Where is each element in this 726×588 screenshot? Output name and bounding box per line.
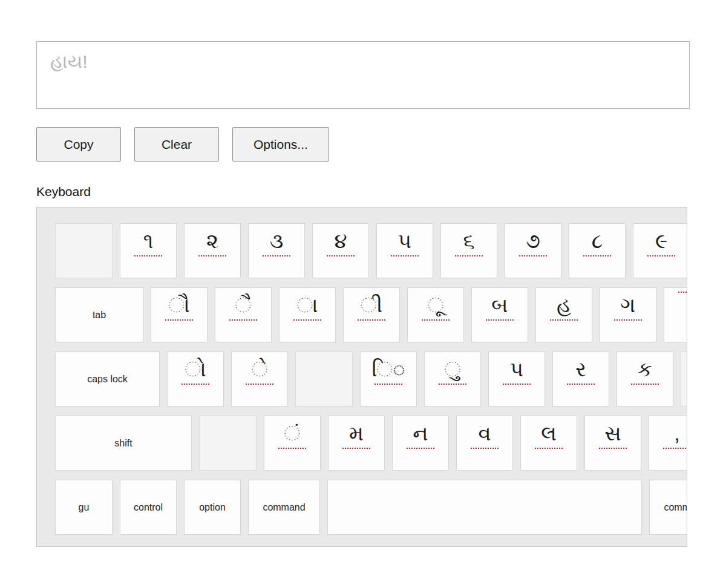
key-glyph: ૪ <box>334 227 347 255</box>
key-gujarati-digit-7[interactable]: ૭ <box>505 223 561 278</box>
key-option[interactable]: option <box>184 480 241 535</box>
page: Copy Clear Options... Keyboard ૧૨૩૪૫૬૭૮૯… <box>0 0 726 588</box>
key-vowel-sign-e[interactable]: ◌ે <box>231 351 288 407</box>
key-underline <box>407 448 434 449</box>
key-partial-right-row2[interactable] <box>664 287 687 342</box>
keyboard-row: ૧૨૩૪૫૬૭૮૯ <box>55 223 687 278</box>
key-blank-top-left[interactable] <box>55 223 113 278</box>
key-la[interactable]: લ <box>520 416 577 471</box>
key-underline <box>422 319 450 321</box>
key-glyph: ૬ <box>463 227 474 255</box>
key-pa[interactable]: પ <box>488 351 545 407</box>
key-vowel-sign-au[interactable]: ◌ૌ <box>151 287 208 342</box>
key-gujarati-digit-3[interactable]: ૩ <box>248 223 305 278</box>
keyboard-row: tab◌ૌ◌ૈ◌ા◌ી◌ૂબહગ <box>55 287 687 342</box>
key-underline <box>246 384 273 385</box>
key-comma[interactable]: , <box>649 416 687 471</box>
key-underline <box>182 384 209 385</box>
key-blank-row3[interactable] <box>295 351 353 407</box>
key-underline <box>439 384 466 385</box>
keyboard-row: shift◌ંમનવલસ, <box>55 416 687 471</box>
options-button[interactable]: Options... <box>232 127 329 162</box>
key-glyph: ૧ <box>143 227 154 255</box>
key-glyph: ◌ૌ <box>168 291 190 319</box>
key-label: option <box>199 502 226 513</box>
key-command-left[interactable]: command <box>248 480 320 535</box>
key-ha[interactable]: હ <box>535 287 592 342</box>
key-glyph: ૭ <box>526 227 540 255</box>
key-glyph: ◌ા <box>296 291 318 319</box>
copy-button[interactable]: Copy <box>36 127 121 162</box>
key-ga[interactable]: ગ <box>600 287 656 342</box>
key-caps-lock[interactable]: caps lock <box>55 351 160 407</box>
key-vowel-sign-i[interactable]: િ◌ <box>360 351 417 407</box>
key-vowel-sign-aa[interactable]: ◌ા <box>279 287 336 342</box>
toolbar: Copy Clear Options... <box>36 127 690 162</box>
key-anusvara[interactable]: ◌ં <box>264 416 321 471</box>
key-gujarati-digit-2[interactable]: ૨ <box>184 223 241 278</box>
key-glyph: પ <box>510 355 523 383</box>
key-vowel-sign-o[interactable]: ◌ો <box>167 351 224 407</box>
key-glyph: વ <box>478 419 491 447</box>
key-vowel-sign-uu[interactable]: ◌ૂ <box>407 287 464 342</box>
key-vowel-sign-ai[interactable]: ◌ૈ <box>215 287 272 342</box>
key-sa[interactable]: સ <box>584 416 641 471</box>
key-underline <box>631 384 659 385</box>
key-vowel-sign-ii[interactable]: ◌ી <box>343 287 400 342</box>
key-tab[interactable]: tab <box>55 287 143 342</box>
key-glyph: ◌ુ <box>445 355 461 383</box>
key-ka[interactable]: ક <box>616 351 673 407</box>
key-blank-row4[interactable] <box>199 416 257 471</box>
key-underline <box>455 255 483 256</box>
key-glyph: ◌ૂ <box>428 291 444 319</box>
key-label: caps lock <box>87 374 128 385</box>
key-underline <box>535 448 563 449</box>
key-underline <box>486 319 514 321</box>
key-underline <box>198 255 226 256</box>
key-control[interactable]: control <box>120 480 177 535</box>
output-textarea[interactable] <box>36 41 690 109</box>
key-shift[interactable]: shift <box>55 416 192 471</box>
key-na[interactable]: ન <box>392 416 449 471</box>
key-underline <box>567 384 595 385</box>
key-underline <box>471 448 499 449</box>
key-underline <box>134 255 162 256</box>
key-space[interactable] <box>327 480 642 535</box>
keyboard-label: Keyboard <box>36 185 690 199</box>
key-command-right[interactable]: command <box>649 480 687 535</box>
key-underline <box>550 319 578 321</box>
key-glyph: ૯ <box>655 227 667 255</box>
key-gujarati-digit-9[interactable]: ૯ <box>633 223 687 278</box>
key-underline <box>647 255 675 256</box>
key-gujarati-digit-6[interactable]: ૬ <box>440 223 497 278</box>
key-label: command <box>263 502 305 513</box>
key-vowel-sign-u[interactable]: ◌ુ <box>424 351 481 407</box>
clear-button[interactable]: Clear <box>134 127 219 162</box>
key-gujarati-digit-4[interactable]: ૪ <box>312 223 369 278</box>
key-gu-language[interactable]: gu <box>55 480 113 535</box>
key-underline <box>678 292 687 293</box>
key-va[interactable]: વ <box>456 416 513 471</box>
key-glyph: ક <box>638 355 652 383</box>
key-glyph: મ <box>349 419 364 447</box>
key-partial-right-row3[interactable] <box>681 351 687 407</box>
key-gujarati-digit-1[interactable]: ૧ <box>120 223 177 278</box>
key-glyph: , <box>674 419 679 447</box>
key-glyph: ◌ી <box>361 291 383 319</box>
key-label: command <box>664 502 687 513</box>
key-underline <box>327 255 355 256</box>
key-gujarati-digit-8[interactable]: ૮ <box>569 223 626 278</box>
key-underline <box>519 255 547 256</box>
key-underline <box>391 255 419 256</box>
key-gujarati-digit-5[interactable]: ૫ <box>376 223 433 278</box>
key-label: control <box>134 502 163 513</box>
key-glyph: ◌ે <box>252 355 268 383</box>
key-ba[interactable]: બ <box>471 287 528 342</box>
key-label: tab <box>93 310 106 321</box>
key-ma[interactable]: મ <box>328 416 385 471</box>
key-ra[interactable]: ર <box>552 351 609 407</box>
keyboard-panel: ૧૨૩૪૫૬૭૮૯tab◌ૌ◌ૈ◌ા◌ી◌ૂબહગcaps lock◌ો◌ેિ◌… <box>36 207 687 547</box>
key-underline <box>293 319 321 321</box>
key-underline <box>599 448 627 449</box>
keyboard-row: caps lock◌ો◌ેિ◌◌ુપરક <box>55 351 687 407</box>
